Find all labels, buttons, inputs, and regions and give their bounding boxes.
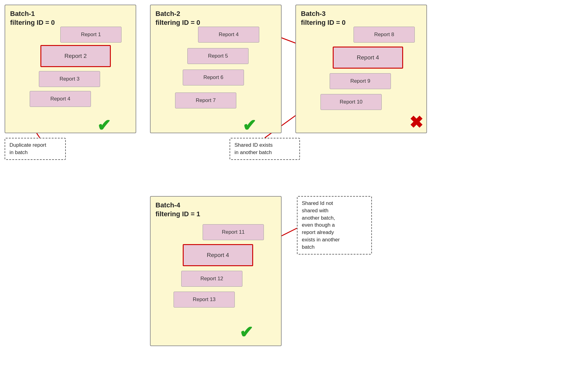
report-card-batch3-0: Report 8 xyxy=(354,27,415,43)
report-card-batch1-0: Report 1 xyxy=(60,27,122,43)
batch-box-batch1: Batch-1filtering ID = 0Report 1Report 2R… xyxy=(5,5,136,133)
batch-box-batch4: Batch-4filtering ID = 1Report 11Report 4… xyxy=(150,196,282,346)
batch-title-batch4: Batch-4filtering ID = 1 xyxy=(155,201,281,218)
xmark-batch3: ✖ xyxy=(409,114,423,130)
report-card-batch2-1: Report 5 xyxy=(187,48,249,64)
report-card-batch4-1: Report 4 xyxy=(183,244,253,266)
report-card-batch2-3: Report 7 xyxy=(175,93,236,108)
report-card-batch2-0: Report 4 xyxy=(198,27,259,43)
report-card-batch2-2: Report 6 xyxy=(183,70,244,85)
batch-title-batch3: Batch-3filtering ID = 0 xyxy=(301,9,426,27)
report-card-batch4-0: Report 11 xyxy=(203,224,264,240)
report-card-batch3-1: Report 4 xyxy=(333,47,403,69)
report-card-batch1-1: Report 2 xyxy=(40,45,111,67)
checkmark-batch2: ✔ xyxy=(242,117,256,134)
batch-title-batch1: Batch-1filtering ID = 0 xyxy=(10,9,136,27)
report-card-batch4-3: Report 13 xyxy=(174,292,235,308)
checkmark-batch1: ✔ xyxy=(97,117,111,134)
diagram-container: Batch-1filtering ID = 0Report 1Report 2R… xyxy=(0,0,588,389)
report-card-batch3-2: Report 9 xyxy=(330,73,391,89)
batch-box-batch3: Batch-3filtering ID = 0Report 8Report 4R… xyxy=(295,5,427,133)
batch-box-batch2: Batch-2filtering ID = 0Report 4Report 5R… xyxy=(150,5,282,133)
annotation-annot2: Shared ID exists in another batch xyxy=(230,138,300,160)
report-card-batch4-2: Report 12 xyxy=(181,271,242,287)
batch-title-batch2: Batch-2filtering ID = 0 xyxy=(155,9,281,27)
annotation-annot3: Shared Id not shared with another batch,… xyxy=(297,196,372,255)
report-card-batch3-3: Report 10 xyxy=(320,94,382,110)
annotation-annot1: Duplicate report in batch xyxy=(5,138,66,160)
checkmark-batch4: ✔ xyxy=(239,324,253,340)
report-card-batch1-2: Report 3 xyxy=(39,71,100,87)
report-card-batch1-3: Report 4 xyxy=(30,91,91,107)
